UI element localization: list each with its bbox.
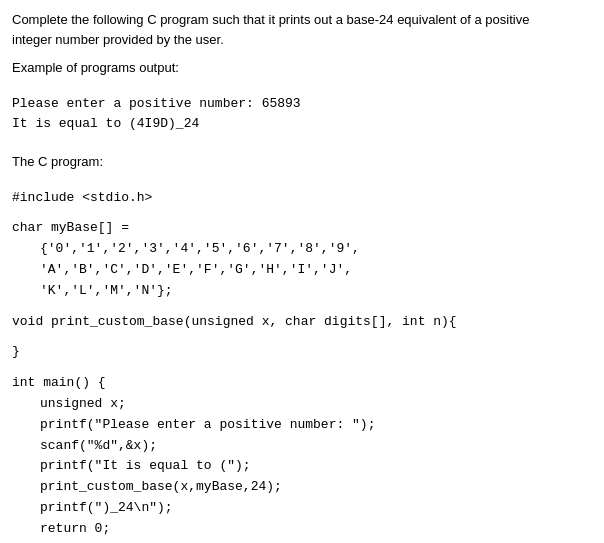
example-output: Please enter a positive number: 65893 It… xyxy=(12,94,592,134)
main-printf3: printf(")_24\n"); xyxy=(12,498,592,519)
main-close: } xyxy=(12,540,592,543)
main-decl: int main() { xyxy=(12,373,592,394)
main-printf2: printf("It is equal to ("); xyxy=(12,456,592,477)
mybase-row1: {'0','1','2','3','4','5','6','7','8','9'… xyxy=(12,239,592,260)
main-printf1: printf("Please enter a positive number: … xyxy=(12,415,592,436)
example-line2: It is equal to (4I9D)_24 xyxy=(12,114,592,134)
include-line: #include <stdio.h> xyxy=(12,188,592,209)
example-label: Example of programs output: xyxy=(12,58,592,78)
void-decl: void print_custom_base(unsigned x, char … xyxy=(12,312,592,333)
mybase-decl: char myBase[] = xyxy=(12,218,592,239)
mybase-row2: 'A','B','C','D','E','F','G','H','I','J', xyxy=(12,260,592,281)
description: Complete the following C program such th… xyxy=(12,10,592,50)
example-line1: Please enter a positive number: 65893 xyxy=(12,94,592,114)
program-label: The C program: xyxy=(12,152,592,172)
void-close: } xyxy=(12,342,592,363)
description-line1: Complete the following C program such th… xyxy=(12,12,529,27)
main-return: return 0; xyxy=(12,519,592,540)
main-scanf: scanf("%d",&x); xyxy=(12,436,592,457)
main-unsigned: unsigned x; xyxy=(12,394,592,415)
main-print-custom: print_custom_base(x,myBase,24); xyxy=(12,477,592,498)
mybase-row3: 'K','L','M','N'}; xyxy=(12,281,592,302)
code-section: #include <stdio.h> char myBase[] = {'0',… xyxy=(12,188,592,543)
description-line2: integer number provided by the user. xyxy=(12,32,224,47)
